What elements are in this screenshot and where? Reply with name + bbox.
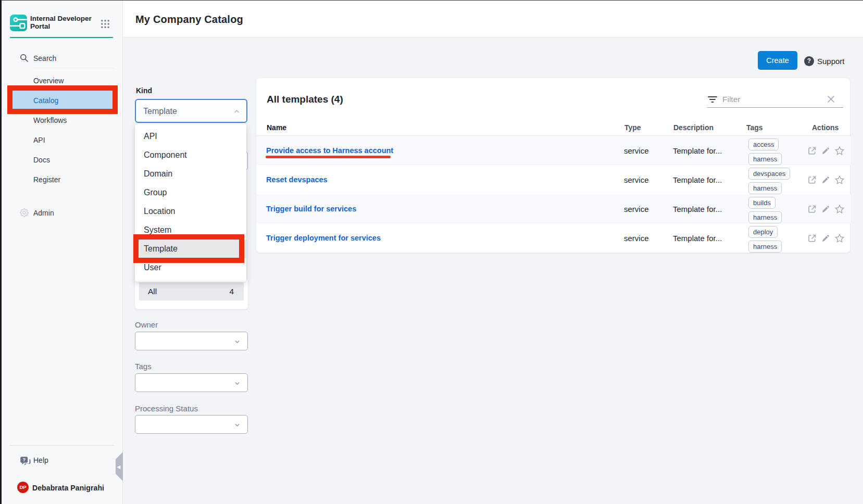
svg-text:?: ? (22, 457, 26, 462)
